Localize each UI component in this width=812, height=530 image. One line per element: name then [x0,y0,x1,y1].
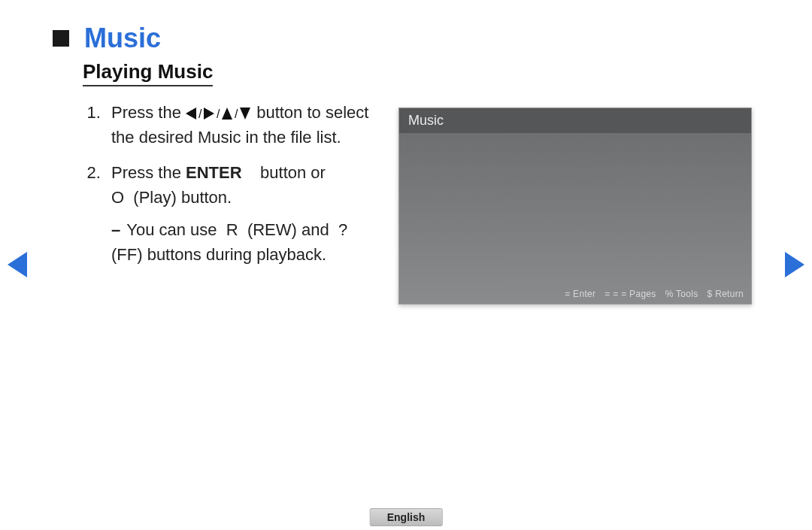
square-bullet-icon [53,30,69,47]
svg-marker-4 [222,108,232,120]
step2-text-c: (Play) button. [129,188,232,207]
subnote-a: You can use [126,220,221,239]
screenshot-footer: = Enter= = = Pages% Tools$ Return [407,289,744,299]
step-2-subnote: –You can use R (REW) and ? (FF) buttons … [111,217,376,267]
play-symbol: O [111,188,124,207]
subnote-b: (REW) and [243,220,334,239]
svg-text:/: / [217,108,220,120]
svg-marker-0 [186,108,196,120]
footer-pages: = = = Pages [604,289,656,299]
svg-marker-7 [8,252,27,277]
ff-symbol: ? [338,220,347,239]
svg-text:/: / [235,108,238,120]
footer-tools: % Tools [665,289,698,299]
prev-page-button[interactable] [8,252,27,280]
subnote-c: (FF) buttons during playback. [111,245,326,264]
tv-screenshot-panel: Music = Enter= = = Pages% Tools$ Return [398,108,752,304]
dpad-icons: /// [186,103,252,122]
dash-bullet: – [111,217,120,242]
step2-text-a: Press the [111,163,186,182]
footer-enter: = Enter [565,289,595,299]
next-page-button[interactable] [785,252,804,280]
svg-marker-2 [204,108,214,120]
page-title: Music [84,23,161,54]
screenshot-title: Music [399,108,751,133]
enter-label: ENTER [186,163,242,182]
svg-marker-8 [785,252,804,277]
rew-symbol: R [226,220,238,239]
svg-text:/: / [198,108,202,120]
step-1: Press the /// button to select the desir… [105,100,376,150]
step2-text-b: button or [256,163,326,182]
language-badge: English [370,508,443,526]
instructions-column: Press the /// button to select the desir… [53,100,376,277]
footer-return: $ Return [707,289,744,299]
step1-text-a: Press the [111,103,186,122]
svg-marker-6 [240,108,250,120]
step-2: Press the ENTER button or O (Play) butto… [105,160,376,267]
section-subtitle: Playing Music [83,60,213,86]
